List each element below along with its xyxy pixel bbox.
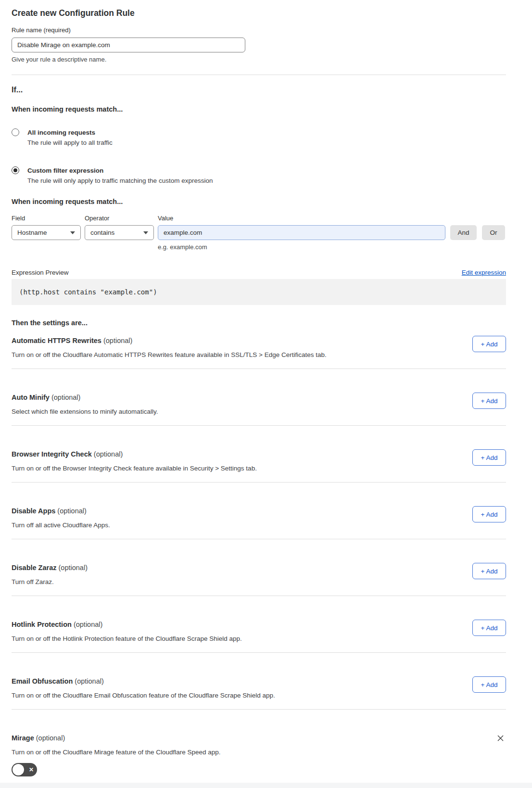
mirage-toggle[interactable]: ✕ xyxy=(12,763,37,776)
radio-option-all-incoming-requests[interactable]: All incoming requests The rule will appl… xyxy=(12,128,506,148)
divider xyxy=(12,596,506,596)
radio-description: The rule will only apply to traffic matc… xyxy=(27,176,213,186)
radio-selected-icon[interactable] xyxy=(12,166,19,174)
setting-title: Mirage (optional) xyxy=(12,733,221,743)
setting-description: Turn on or off the Cloudflare Mirage fea… xyxy=(12,748,221,757)
radio-label: All incoming requests xyxy=(27,128,113,138)
add-browser-integrity-check-button[interactable]: + Add xyxy=(472,449,506,466)
close-icon xyxy=(497,735,504,742)
expression-preview-row: Expression Preview Edit expression xyxy=(12,269,506,276)
add-disable-apps-button[interactable]: + Add xyxy=(472,506,506,522)
add-auto-minify-button[interactable]: + Add xyxy=(472,393,506,409)
chevron-down-icon xyxy=(143,231,148,234)
rule-name-input[interactable] xyxy=(12,38,245,52)
radio-option-custom-filter-expression[interactable]: Custom filter expression The rule will o… xyxy=(12,166,506,186)
page-background-strip xyxy=(0,783,532,788)
radio-description: The rule will apply to all traffic xyxy=(27,138,113,148)
setting-hotlink-protection: Hotlink Protection (optional) Turn on or… xyxy=(12,620,506,644)
setting-title: Hotlink Protection (optional) xyxy=(12,620,242,629)
rule-name-helper: Give your rule a descriptive name. xyxy=(12,56,506,64)
setting-description: Turn on or off the Browser Integrity Che… xyxy=(12,464,257,473)
edit-expression-link[interactable]: Edit expression xyxy=(462,269,506,276)
setting-email-obfuscation: Email Obfuscation (optional) Turn on or … xyxy=(12,676,506,700)
add-hotlink-protection-button[interactable]: + Add xyxy=(472,620,506,636)
rule-name-label: Rule name (required) xyxy=(12,26,506,34)
setting-title: Automatic HTTPS Rewrites (optional) xyxy=(12,336,327,345)
add-automatic-https-rewrites-button[interactable]: + Add xyxy=(472,336,506,352)
radio-unselected-icon[interactable] xyxy=(12,128,19,136)
remove-mirage-button[interactable] xyxy=(497,735,504,742)
setting-description: Turn on or off the Cloudflare Email Obfu… xyxy=(12,691,275,700)
setting-auto-minify: Auto Minify (optional) Select which file… xyxy=(12,393,506,417)
field-select[interactable]: Hostname xyxy=(12,225,81,240)
create-configuration-rule-form: Create new Configuration Rule Rule name … xyxy=(0,0,532,776)
setting-title: Disable Apps (optional) xyxy=(12,506,110,516)
divider xyxy=(12,709,506,710)
or-button[interactable]: Or xyxy=(482,225,505,240)
field-select-value: Hostname xyxy=(17,229,47,236)
setting-description: Turn off all active Cloudflare Apps. xyxy=(12,521,110,530)
filter-builder-row: Field Hostname Operator contains Value e… xyxy=(12,215,506,251)
setting-description: Select which file extensions to minify a… xyxy=(12,407,158,417)
then-settings-heading: Then the settings are... xyxy=(12,318,506,327)
setting-mirage: Mirage (optional) Turn on or off the Clo… xyxy=(12,733,506,776)
value-label: Value xyxy=(158,215,445,221)
if-heading: If... xyxy=(12,85,506,94)
setting-title: Browser Integrity Check (optional) xyxy=(12,449,257,459)
chevron-down-icon xyxy=(70,231,75,234)
divider xyxy=(12,539,506,539)
setting-title: Disable Zaraz (optional) xyxy=(12,563,88,572)
value-helper: e.g. example.com xyxy=(158,243,445,251)
expression-preview-label: Expression Preview xyxy=(12,269,69,276)
radio-label: Custom filter expression xyxy=(27,166,213,176)
value-input[interactable] xyxy=(158,225,445,240)
setting-description: Turn on or off the Cloudflare Automatic … xyxy=(12,350,327,360)
divider xyxy=(12,482,506,483)
and-button[interactable]: And xyxy=(450,225,477,240)
operator-select[interactable]: contains xyxy=(85,225,154,240)
expression-code: (http.host contains "example.com") xyxy=(19,288,157,296)
setting-title: Email Obfuscation (optional) xyxy=(12,676,275,686)
divider xyxy=(12,75,506,75)
setting-automatic-https-rewrites: Automatic HTTPS Rewrites (optional) Turn… xyxy=(12,336,506,360)
setting-browser-integrity-check: Browser Integrity Check (optional) Turn … xyxy=(12,449,506,473)
divider xyxy=(12,652,506,653)
setting-description: Turn off Zaraz. xyxy=(12,577,88,587)
operator-label: Operator xyxy=(85,215,154,221)
setting-title: Auto Minify (optional) xyxy=(12,393,158,402)
divider xyxy=(12,369,506,369)
toggle-knob xyxy=(13,764,24,775)
add-email-obfuscation-button[interactable]: + Add xyxy=(472,676,506,693)
incoming-requests-match-heading: When incoming requests match... xyxy=(12,105,506,114)
filter-builder-heading: When incoming requests match... xyxy=(12,197,506,206)
page-title: Create new Configuration Rule xyxy=(12,7,506,19)
setting-description: Turn on or off the Hotlink Protection fe… xyxy=(12,634,242,644)
setting-disable-apps: Disable Apps (optional) Turn off all act… xyxy=(12,506,506,530)
add-disable-zaraz-button[interactable]: + Add xyxy=(472,563,506,579)
field-label: Field xyxy=(12,215,81,221)
divider xyxy=(12,425,506,426)
expression-preview-box: (http.host contains "example.com") xyxy=(12,279,506,305)
toggle-off-icon: ✕ xyxy=(29,767,34,773)
setting-disable-zaraz: Disable Zaraz (optional) Turn off Zaraz.… xyxy=(12,563,506,587)
operator-select-value: contains xyxy=(90,229,114,236)
